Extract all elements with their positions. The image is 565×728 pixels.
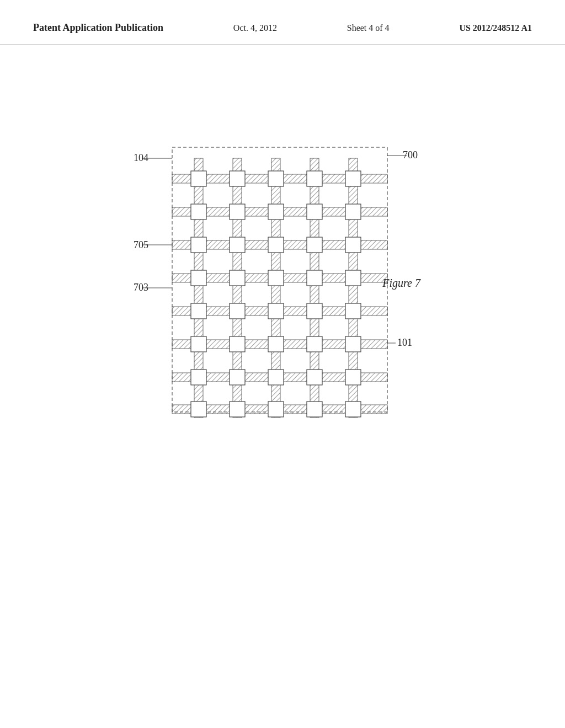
figure-area: 104 700 705 703 101 Figure 7 <box>128 128 437 437</box>
svg-rect-95 <box>345 402 361 417</box>
svg-rect-83 <box>307 370 322 385</box>
svg-rect-13 <box>358 174 387 183</box>
page-header: Patent Application Publication Oct. 4, 2… <box>0 0 565 45</box>
svg-text:101: 101 <box>397 337 412 348</box>
svg-rect-38 <box>268 237 284 253</box>
svg-rect-79 <box>358 373 387 382</box>
svg-rect-60 <box>268 303 284 319</box>
svg-rect-18 <box>345 171 361 186</box>
svg-rect-40 <box>345 237 361 253</box>
header-title: Patent Application Publication <box>33 22 163 34</box>
svg-rect-47 <box>191 270 206 286</box>
svg-rect-17 <box>307 171 322 186</box>
svg-rect-24 <box>358 207 387 216</box>
svg-rect-51 <box>345 270 361 286</box>
svg-rect-59 <box>230 303 245 319</box>
svg-rect-73 <box>345 336 361 352</box>
svg-text:700: 700 <box>403 149 418 160</box>
svg-rect-14 <box>191 171 206 186</box>
svg-rect-15 <box>230 171 245 186</box>
svg-rect-94 <box>307 402 322 417</box>
svg-text:703: 703 <box>134 282 148 293</box>
svg-rect-62 <box>345 303 361 319</box>
svg-text:705: 705 <box>134 239 148 250</box>
figure-caption: Figure 7 <box>382 277 420 290</box>
svg-rect-93 <box>268 402 284 417</box>
svg-rect-80 <box>191 370 206 385</box>
svg-rect-49 <box>268 270 284 286</box>
header-patent: US 2012/248512 A1 <box>459 23 532 33</box>
svg-rect-70 <box>230 336 245 352</box>
svg-rect-71 <box>268 336 284 352</box>
svg-rect-27 <box>268 204 284 220</box>
svg-rect-16 <box>268 171 284 186</box>
svg-rect-25 <box>191 204 206 220</box>
svg-rect-90 <box>358 405 387 414</box>
svg-rect-68 <box>358 340 387 349</box>
svg-rect-39 <box>307 237 322 253</box>
svg-rect-29 <box>345 204 361 220</box>
svg-rect-48 <box>230 270 245 286</box>
svg-rect-58 <box>191 303 206 319</box>
svg-rect-28 <box>307 204 322 220</box>
header-sheet: Sheet 4 of 4 <box>347 23 390 33</box>
svg-rect-36 <box>191 237 206 253</box>
svg-rect-35 <box>358 240 387 249</box>
header-date: Oct. 4, 2012 <box>233 23 277 33</box>
svg-rect-92 <box>230 402 245 417</box>
svg-rect-81 <box>230 370 245 385</box>
diagram-container: 104 700 705 703 101 Figure 7 <box>0 45 565 696</box>
svg-rect-61 <box>307 303 322 319</box>
svg-rect-69 <box>191 336 206 352</box>
svg-rect-84 <box>345 370 361 385</box>
svg-rect-37 <box>230 237 245 253</box>
svg-rect-82 <box>268 370 284 385</box>
svg-rect-57 <box>358 307 387 315</box>
svg-rect-26 <box>230 204 245 220</box>
svg-rect-50 <box>307 270 322 286</box>
svg-rect-91 <box>191 402 206 417</box>
svg-text:104: 104 <box>134 152 148 163</box>
svg-rect-72 <box>307 336 322 352</box>
